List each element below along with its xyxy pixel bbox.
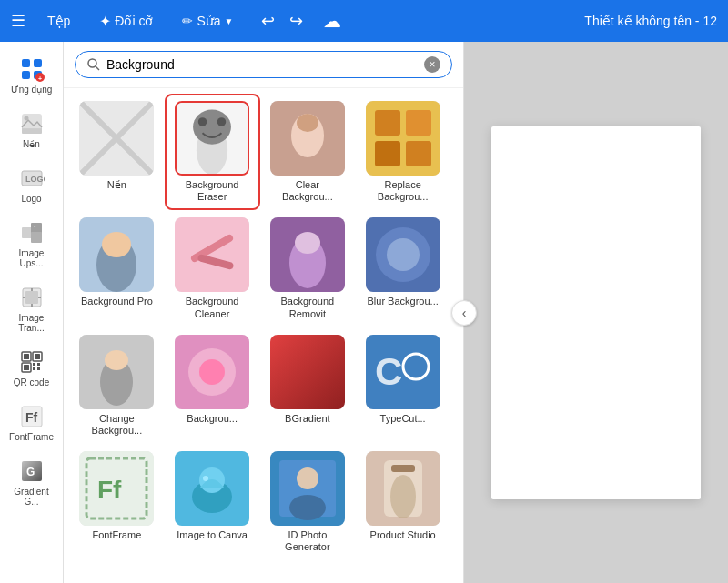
app-label: Background Pro xyxy=(81,296,153,307)
app-item[interactable]: FfFontFrame xyxy=(71,446,163,558)
app-item[interactable]: CTypeCut... xyxy=(357,329,449,442)
search-icon xyxy=(86,57,101,72)
app-item[interactable]: Image to Canva xyxy=(167,446,258,558)
app-item[interactable]: Backgrou... xyxy=(167,329,258,442)
app-item[interactable]: Product Studio xyxy=(357,446,449,558)
app-thumbnail xyxy=(270,451,345,526)
app-label: FontFrame xyxy=(92,529,141,541)
search-clear-button[interactable]: × xyxy=(424,56,440,73)
app-item[interactable]: Clear Backgrou... xyxy=(262,95,354,208)
svg-point-71 xyxy=(199,359,225,385)
app-item[interactable]: Nền xyxy=(71,95,163,208)
svg-text:↑: ↑ xyxy=(33,224,36,232)
svg-point-65 xyxy=(387,238,420,271)
sidebar-item-logo[interactable]: LOGO Logo xyxy=(4,160,60,209)
svg-text:LOGO: LOGO xyxy=(25,175,45,184)
app-item[interactable]: Blur Backgrou... xyxy=(357,212,449,325)
edit-icon: ✏ xyxy=(182,14,193,28)
edit-menu[interactable]: ✏ Sửa ▼ xyxy=(175,10,240,32)
app-label: Blur Backgrou... xyxy=(367,296,438,307)
app-thumbnail: Ff xyxy=(79,451,154,526)
svg-rect-0 xyxy=(22,59,30,67)
svg-rect-17 xyxy=(25,291,38,304)
svg-line-37 xyxy=(96,66,99,70)
sidebar-item-image-upscale[interactable]: ↑ Image Ups... xyxy=(4,215,60,274)
sidebar-item-gradient[interactable]: G Gradient G... xyxy=(4,453,60,512)
app-item[interactable]: Background Eraser xyxy=(167,95,258,208)
app-item[interactable]: Replace Backgrou... xyxy=(357,95,449,208)
svg-text:+: + xyxy=(38,75,42,82)
file-menu[interactable]: Tệp xyxy=(40,10,77,32)
search-bar: × xyxy=(64,42,463,88)
svg-point-43 xyxy=(193,110,231,145)
sidebar-item-apps[interactable]: + Ứng dụng xyxy=(4,51,60,100)
search-input[interactable] xyxy=(106,57,419,72)
app-thumbnail xyxy=(366,101,440,176)
svg-point-62 xyxy=(295,232,320,254)
app-label: Background Eraser xyxy=(175,179,249,203)
canvas-white-board xyxy=(491,126,701,499)
history-controls: ↩ ↪ xyxy=(256,9,308,33)
edit-label: Sửa xyxy=(197,14,220,28)
resize-menu[interactable]: ✦ Đổi cỡ xyxy=(92,9,160,34)
svg-rect-1 xyxy=(34,59,42,67)
svg-rect-90 xyxy=(391,465,415,472)
redo-button[interactable]: ↪ xyxy=(284,9,308,33)
file-label: Tệp xyxy=(47,14,70,28)
sidebar-item-apps-label: Ứng dụng xyxy=(11,85,53,95)
app-item[interactable]: Background Removit xyxy=(262,212,354,325)
app-label: Replace Backgrou... xyxy=(366,179,440,203)
svg-point-45 xyxy=(217,117,227,126)
sidebar-item-fontframe[interactable]: Ff FontFrame xyxy=(4,398,60,447)
sidebar-item-background[interactable]: Nền xyxy=(4,106,60,155)
app-label: Change Backgrou... xyxy=(79,413,154,437)
svg-rect-29 xyxy=(37,363,40,366)
app-label: TypeCut... xyxy=(380,413,426,425)
svg-point-36 xyxy=(88,59,96,67)
resize-icon: ✦ xyxy=(99,13,111,30)
panel: × NềnBackground EraserClear Backgrou...R… xyxy=(64,42,464,583)
svg-rect-25 xyxy=(24,354,29,359)
cloud-icon[interactable]: ☁ xyxy=(323,10,341,32)
app-thumbnail xyxy=(270,335,345,409)
app-item[interactable]: Change Backgrou... xyxy=(71,329,163,442)
app-thumbnail xyxy=(79,335,154,409)
app-thumbnail xyxy=(79,217,154,292)
app-label: Nền xyxy=(107,179,126,191)
search-input-wrap[interactable]: × xyxy=(75,51,452,78)
app-grid: NềnBackground EraserClear Backgrou...Rep… xyxy=(64,88,463,567)
svg-rect-57 xyxy=(175,217,249,292)
sidebar-item-image-upscale-label: Image Ups... xyxy=(7,248,56,268)
svg-point-44 xyxy=(198,117,207,126)
app-thumbnail xyxy=(175,335,249,409)
menu-icon[interactable]: ☰ xyxy=(11,11,25,31)
svg-rect-28 xyxy=(33,363,35,366)
svg-rect-50 xyxy=(375,110,400,136)
sidebar-item-qr[interactable]: QR code xyxy=(4,344,60,393)
app-grid-scroll[interactable]: NềnBackground EraserClear Backgrou...Rep… xyxy=(64,88,463,583)
sidebar: + Ứng dụng Nền LOGO Logo xyxy=(0,42,64,583)
app-item[interactable]: BGradient xyxy=(262,329,354,442)
undo-button[interactable]: ↩ xyxy=(256,9,280,33)
sidebar-item-image-transform[interactable]: Image Tran... xyxy=(4,279,60,338)
svg-rect-27 xyxy=(24,365,29,370)
svg-text:Ff: Ff xyxy=(25,410,38,425)
svg-point-7 xyxy=(24,116,28,121)
sidebar-item-background-label: Nền xyxy=(23,139,40,149)
app-label: BGradient xyxy=(285,413,330,425)
svg-rect-26 xyxy=(35,354,40,359)
app-label: ID Photo Generator xyxy=(270,529,345,553)
panel-collapse-button[interactable]: ‹ xyxy=(451,300,477,326)
resize-label: Đổi cỡ xyxy=(115,14,153,28)
app-label: Clear Backgrou... xyxy=(270,179,345,203)
app-thumbnail xyxy=(366,217,440,292)
svg-rect-9 xyxy=(22,129,42,134)
app-label: Backgrou... xyxy=(187,413,238,425)
sidebar-item-qr-label: QR code xyxy=(14,377,49,387)
app-item[interactable]: Background Pro xyxy=(71,212,163,325)
sidebar-item-logo-label: Logo xyxy=(21,194,41,204)
app-thumbnail xyxy=(79,101,154,176)
app-item[interactable]: Background Cleaner xyxy=(167,212,258,325)
svg-text:Ff: Ff xyxy=(97,476,122,504)
app-item[interactable]: ID Photo Generator xyxy=(262,446,354,558)
